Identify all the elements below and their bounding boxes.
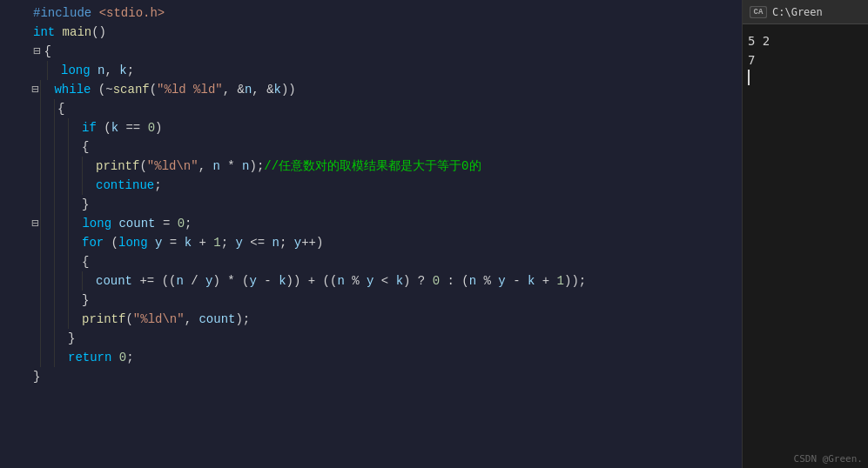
code-token: ( [104,118,111,137]
code-token: long [82,214,118,233]
code-token: )) [286,271,308,291]
code-token: 1 [557,271,564,291]
fold-icon[interactable]: ⊟ [31,80,38,99]
code-line-13: for (long y = k + 1; y <= n; y++) [33,233,742,252]
terminal-line-2: 7 [748,50,863,70]
terminal-bottom-text: CSDN @Green. [794,453,863,465]
code-token: for [82,233,111,252]
code-token: main [63,23,92,42]
fold-icon[interactable]: ⊟ [31,214,38,233]
code-token: ; [185,214,192,233]
code-token: 0 [433,271,447,291]
code-token: count [198,310,235,329]
code-token: k [279,271,286,291]
terminal-output-text: 5 2 [748,34,770,48]
code-token: int [33,23,63,42]
code-token: ; [221,233,236,252]
code-line-14: { [33,252,742,271]
code-token: n [337,271,352,291]
code-token: 0 [178,214,185,233]
code-token: ( [150,80,157,99]
terminal-panel: CA C:\Green 5 2 7 CSDN @Green. [742,0,868,468]
code-token: + [542,271,557,291]
code-token: y [205,271,212,291]
code-line-7: if (k == 0) [33,118,742,137]
code-token: / [191,271,205,291]
code-line-12: ⊟ long count = 0; [33,214,742,233]
code-token: ++ [301,233,316,252]
code-token: = [170,233,185,252]
code-line-17: printf("%ld\n", count); [33,310,742,329]
code-token: k [119,61,126,80]
code-line-20: } [33,367,742,386]
code-token: 1 [213,233,220,252]
code-token: count [118,214,162,233]
terminal-output-text-2: 7 [748,53,755,67]
code-token: printf [82,310,125,329]
code-token: y [155,233,170,252]
code-token: & [266,80,273,99]
code-token: & [238,80,245,99]
code-token: ); [249,157,264,176]
code-token: - [513,271,528,291]
terminal-title-bar: CA C:\Green [743,0,868,24]
code-token: } [68,329,75,348]
code-token: ( [98,80,105,99]
code-token: : [447,271,461,291]
code-token: , [252,80,266,99]
code-line-4: long n, k; [33,61,742,80]
line-gutter [0,0,26,468]
code-token: y [250,271,265,291]
code-token: , [223,80,238,99]
code-token: )) [281,80,296,99]
code-token: "%ld %ld" [157,80,223,99]
code-line-10: continue; [33,176,742,195]
terminal-icon-text: CA [754,8,764,17]
code-line-18: } [33,329,742,348]
code-token: #include [33,3,99,23]
code-token: ) [316,233,323,252]
code-token: scanf [113,80,150,99]
code-token: } [33,367,40,386]
code-token: continue [96,176,154,195]
code-token: , [185,310,199,329]
code-token: % [352,271,367,291]
terminal-title-text: C:\Green [772,6,823,18]
code-token: { [82,252,89,271]
code-token: % [484,271,499,291]
terminal-line-1: 5 2 [748,31,863,50]
code-token: ; [126,348,133,367]
editor-area: #include <stdio.h> int main() ⊟{ long n,… [0,0,742,468]
code-token: , [104,61,119,80]
code-token: ( [111,233,118,252]
code-token: = [163,214,178,233]
code-token: { [82,137,89,157]
code-token: ) [212,271,227,291]
fold-icon[interactable]: ⊟ [33,42,40,61]
code-token: <stdio.h> [99,3,165,23]
code-token: n [176,271,191,291]
code-line-15: count += ((n / y) * (y - k)) + ((n % y <… [33,271,742,291]
terminal-cursor [748,70,750,85]
code-token: <= [250,233,272,252]
code-token: long [118,233,155,252]
code-token: ) [403,271,418,291]
code-line-19: return 0; [33,348,742,367]
code-token: + [198,233,213,252]
code-token: )); [564,271,586,291]
terminal-icon: CA [750,6,767,18]
code-token: return [68,348,119,367]
code-token: ; [279,233,294,252]
code-line-3: ⊟{ [33,42,742,61]
code-token: ~ [105,80,112,99]
code-token: long [61,61,98,80]
code-token: 0 [119,348,126,367]
code-token: == [125,118,147,137]
code-token: "%ld\n" [147,157,198,176]
code-line-1: #include <stdio.h> [33,3,742,23]
code-token: 0 [148,118,155,137]
code-token: y [367,271,381,291]
code-token: if [82,118,104,137]
code-token: n [212,157,219,176]
code-token: (( [162,271,177,291]
